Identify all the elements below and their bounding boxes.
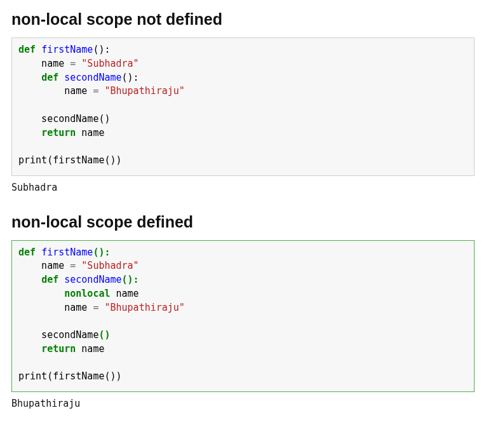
- heading-2: non-local scope defined: [11, 213, 475, 231]
- code-cell-1[interactable]: def firstName(): name = "Subhadra" def s…: [11, 37, 475, 176]
- code-block-2: def firstName(): name = "Subhadra" def s…: [18, 246, 468, 384]
- code-cell-2[interactable]: def firstName(): name = "Subhadra" def s…: [11, 240, 475, 393]
- output-2: Bhupathiraju: [11, 397, 475, 411]
- code-block-1: def firstName(): name = "Subhadra" def s…: [18, 43, 468, 168]
- heading-1: non-local scope not defined: [11, 10, 475, 29]
- output-1: Subhadra: [11, 181, 475, 195]
